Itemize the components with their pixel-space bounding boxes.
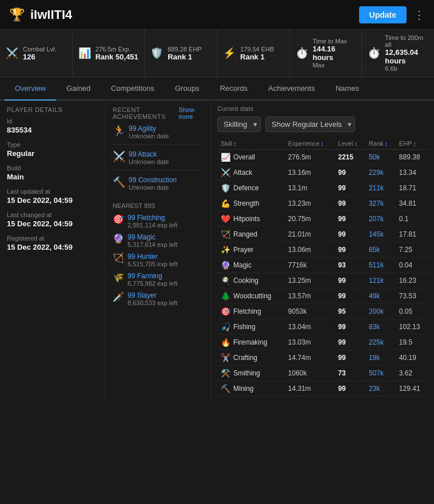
skill-icon: 🍳 xyxy=(221,276,230,285)
player-field-value: Regular xyxy=(7,149,98,158)
nearest-item: 🌾 99 Farming 6,775,982 exp left xyxy=(113,272,204,287)
nav-tab-groups[interactable]: Groups xyxy=(165,77,210,101)
table-row[interactable]: ⚒️ Smithing 1060k 73 507k 3.62 xyxy=(217,366,428,381)
dropdowns-row: Skilling Show Regular LevelsShow Virtual… xyxy=(217,117,428,132)
stat-item: 🛡️ 889.28 EHP Rank 1 xyxy=(145,30,217,77)
skill-ehp: 0.1 xyxy=(396,211,428,227)
player-field-label: Last changed at xyxy=(7,211,98,218)
achievements-header: Recent achievements Show more xyxy=(113,106,204,120)
stat-value: 126 xyxy=(23,53,57,61)
skill-rank: 507k xyxy=(365,366,396,381)
skill-exp: 20.75m xyxy=(285,211,335,227)
player-field-value: Main xyxy=(7,173,98,181)
nearest-skill-name[interactable]: 99 Slayer xyxy=(128,291,177,299)
nearest-skill-name[interactable]: 99 Fletching xyxy=(128,214,177,222)
table-row[interactable]: 🛡️ Defence 13.1m 99 211k 18.71 xyxy=(217,181,428,196)
nav-tab-achievements[interactable]: Achievements xyxy=(258,77,325,101)
skill-name-cell: 🛡️ Defence xyxy=(217,181,285,196)
skill-name-cell: 🎯 Fletching xyxy=(217,304,285,319)
skill-icon: ✨ xyxy=(221,245,230,254)
stat-icon: ⏱️ xyxy=(368,47,380,59)
table-row[interactable]: ✨ Prayer 13.06m 99 65k 7.25 xyxy=(217,242,428,258)
skill-rank: 225k xyxy=(365,335,396,350)
table-row[interactable]: ✂️ Crafting 14.74m 99 19k 40.19 xyxy=(217,350,428,366)
skill-icon: ❤️ xyxy=(221,214,230,223)
skill-name: Magic xyxy=(233,261,252,269)
player-field-value: 15 Dec 2022, 04:59 xyxy=(7,196,98,205)
skill-exp: 13.16m xyxy=(285,165,335,181)
skill-icon: 🛡️ xyxy=(221,183,230,193)
stat-sub: Max xyxy=(313,62,356,69)
achievement-name[interactable]: 99 Attack xyxy=(129,150,169,158)
achievement-icon: 🔨 xyxy=(113,176,125,189)
table-row[interactable]: 🎯 Fletching 9053k 95 200k 0.05 xyxy=(217,304,428,319)
skilling-dropdown-wrapper: Skilling xyxy=(217,117,261,132)
skilling-dropdown[interactable]: Skilling xyxy=(217,117,261,132)
skill-level: 99 xyxy=(335,381,365,397)
table-row[interactable]: 🏹 Ranged 21.01m 99 145k 17.81 xyxy=(217,227,428,242)
skill-exp: 21.01m xyxy=(285,227,335,242)
stat-item: ⚔️ Combat Lvl. 126 xyxy=(0,30,73,77)
skill-level: 93 xyxy=(335,258,365,273)
skill-name: Overall xyxy=(233,153,255,161)
skill-name: Prayer xyxy=(233,246,253,254)
nearest-exp: 8,630,533 exp left xyxy=(128,299,177,306)
nearest-skill-name[interactable]: 99 Farming xyxy=(128,272,177,280)
player-field-label: Type xyxy=(7,141,98,148)
player-field-value: 15 Dec 2022, 04:59 xyxy=(7,243,98,251)
skill-name: Fishing xyxy=(233,323,256,331)
table-row[interactable]: ❤️ Hitpoints 20.75m 99 207k 0.1 xyxy=(217,211,428,227)
skill-name: Firemaking xyxy=(233,338,267,346)
show-more-link[interactable]: Show more xyxy=(178,106,204,120)
skill-name-cell: ⛏️ Mining xyxy=(217,381,285,397)
nav-tab-competitions[interactable]: Competitions xyxy=(101,77,165,101)
trophy-icon: 🏆 xyxy=(9,7,25,22)
achievement-date: Unknown date xyxy=(129,184,177,191)
table-header-skill[interactable]: Skill↕ xyxy=(217,138,285,150)
achievement-name[interactable]: 99 Agility xyxy=(129,125,169,133)
stat-text: Time to 200m all 12,635.04 hours 6.6b xyxy=(385,34,428,72)
table-row[interactable]: ⛏️ Mining 14.31m 99 23k 129.41 xyxy=(217,381,428,397)
stat-label: Time to Max xyxy=(313,38,356,45)
table-row[interactable]: 🌲 Woodcutting 13.57m 99 49k 73.53 xyxy=(217,289,428,304)
nearest-skill-name[interactable]: 99 Magic xyxy=(128,233,177,241)
skill-exp: 13.04m xyxy=(285,319,335,335)
more-icon[interactable]: ⋮ xyxy=(413,8,425,22)
table-row[interactable]: 💪 Strength 13.23m 99 327k 34.81 xyxy=(217,196,428,211)
table-row[interactable]: 🔮 Magic 7716k 93 511k 0.04 xyxy=(217,258,428,273)
nav-tab-names[interactable]: Names xyxy=(325,77,369,101)
nearest-skill-name[interactable]: 99 Hunter xyxy=(128,253,177,261)
skill-exp: 7716k xyxy=(285,258,335,273)
table-row[interactable]: 📈 Overall 276.5m 2215 50k 889.38 xyxy=(217,150,428,165)
levels-dropdown[interactable]: Show Regular LevelsShow Virtual Levels xyxy=(265,117,355,132)
achievement-name[interactable]: 99 Construction xyxy=(129,176,177,184)
skill-ehp: 0.05 xyxy=(396,304,428,319)
table-row[interactable]: ⚔️ Attack 13.16m 99 229k 13.34 xyxy=(217,165,428,181)
nav-tabs: OverviewGainedCompetitionsGroupsRecordsA… xyxy=(0,77,434,101)
header-right: Update ⋮ xyxy=(359,6,425,23)
nav-tab-overview[interactable]: Overview xyxy=(5,77,56,101)
achievement-info: 99 Attack Unknown date xyxy=(129,150,169,165)
update-button[interactable]: Update xyxy=(359,6,407,23)
skill-ehp: 40.19 xyxy=(396,350,428,366)
nearest-icon: 🔮 xyxy=(113,233,124,244)
achievement-item: 🏃 99 Agility Unknown date xyxy=(113,125,204,145)
skill-exp: 13.23m xyxy=(285,196,335,211)
skill-exp: 13.57m xyxy=(285,289,335,304)
table-header-rank[interactable]: Rank↕ xyxy=(365,138,396,150)
table-header-ehp[interactable]: EHP↕ xyxy=(396,138,428,150)
table-header-experience[interactable]: Experience↕ xyxy=(285,138,335,150)
table-row[interactable]: 🎣 Fishing 13.04m 99 83k 102.13 xyxy=(217,319,428,335)
skill-name-cell: 🔮 Magic xyxy=(217,258,285,273)
nav-tab-records[interactable]: Records xyxy=(210,77,258,101)
skill-rank: 121k xyxy=(365,273,396,289)
nav-tab-gained[interactable]: Gained xyxy=(56,77,101,101)
table-row[interactable]: 🍳 Cooking 13.25m 99 121k 16.23 xyxy=(217,273,428,289)
stat-label: Combat Lvl. xyxy=(23,46,57,53)
skill-icon: ⚔️ xyxy=(221,168,230,177)
nearest-icon: 🗡️ xyxy=(113,291,124,302)
table-header-level[interactable]: Level↕ xyxy=(335,138,365,150)
player-field: Type Regular xyxy=(7,141,98,158)
skill-name: Ranged xyxy=(233,230,257,238)
table-row[interactable]: 🔥 Firemaking 13.03m 99 225k 19.5 xyxy=(217,335,428,350)
